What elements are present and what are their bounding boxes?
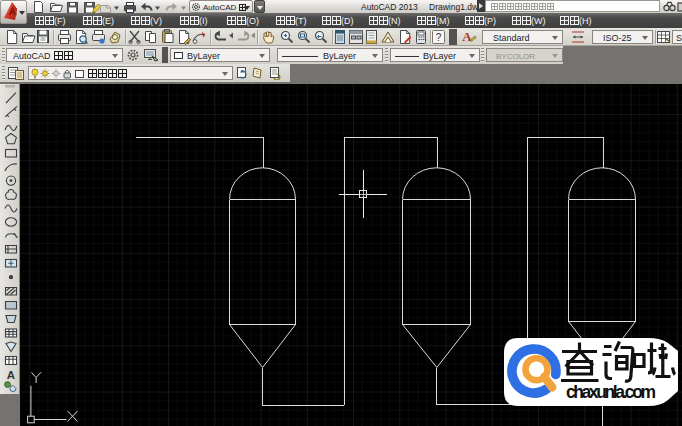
- svg-text:A: A: [462, 29, 472, 44]
- svg-text:chaxunla.com: chaxunla.com: [566, 382, 656, 402]
- svg-text:A: A: [7, 369, 15, 381]
- svg-text:?: ?: [436, 32, 442, 43]
